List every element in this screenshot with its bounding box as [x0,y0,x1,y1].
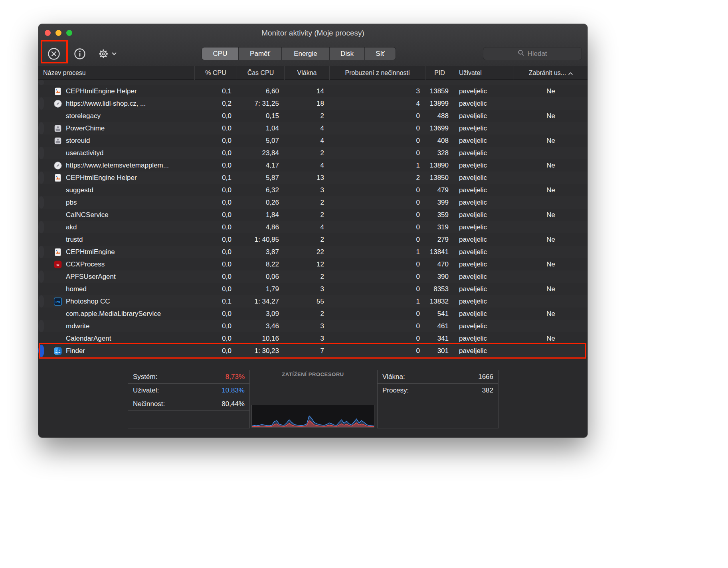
table-row[interactable]: CEPHtmlEngine Helper 0,1 6,60 14 3 13859… [38,85,588,97]
table-row[interactable]: com.apple.tonelibraryd 0,0 0,35 2 0 4270… [38,80,44,85]
tab-network[interactable]: Síť [365,47,396,60]
table-row[interactable]: trustd 0,0 1: 40,85 2 0 279 paveljelic N… [38,233,588,246]
process-cpu-percent: 0,0 [195,233,237,246]
window-chrome: Monitor aktivity (Moje procesy) [38,24,588,66]
process-idle-wakeups: 0 [330,147,425,159]
svg-text:∞: ∞ [56,262,59,266]
process-name: CCXProcess [66,258,105,270]
stat-label: Uživatel: [133,387,159,394]
table-row[interactable]: com.apple.MediaLibraryService 0,0 3,09 2… [38,308,588,320]
process-cpu-time: 3,87 [237,246,285,258]
process-idle-wakeups: 0 [330,258,425,270]
activity-monitor-window: Monitor aktivity (Moje procesy) [38,24,588,438]
inspect-process-button[interactable] [73,47,86,60]
process-cpu-percent: 0,0 [195,270,237,283]
process-name: storeuid [66,134,90,147]
table-row[interactable]: useractivityd 0,0 23,84 2 0 328 paveljel… [38,147,44,159]
column-header-prevent-sleep[interactable]: Zabránit us... [514,66,588,80]
process-cpu-percent: 0,1 [195,172,237,184]
table-row[interactable]: suggestd 0,0 6,32 3 0 479 paveljelic Ne [38,184,588,196]
process-pid: 541 [425,308,454,320]
process-idle-wakeups: 0 [330,283,425,295]
cpu-load-title: ZATÍŽENÍ PROCESORU [251,370,374,380]
process-idle-wakeups: 0 [330,233,425,246]
adobe-doc-icon [53,174,62,182]
process-name: APFSUserAgent [66,270,116,283]
table-row[interactable]: homed 0,0 1,79 3 0 8353 paveljelic Ne [38,283,588,295]
table-row[interactable]: pbs 0,0 0,26 2 0 399 paveljelic Ne [38,196,44,209]
column-header-pid[interactable]: PID [425,66,454,80]
tab-disk[interactable]: Disk [330,47,365,60]
process-idle-wakeups: 1 [330,159,425,172]
search-input[interactable]: Hledat [483,47,582,60]
process-pid: 479 [425,184,454,196]
titlebar: Monitor aktivity (Moje procesy) [38,24,588,41]
table-row[interactable]: PowerChime 0,0 1,04 4 0 13699 paveljelic… [38,122,44,134]
process-icon [53,149,62,158]
table-row[interactable]: https://www.lidl-shop.cz, ... 0,2 7: 31,… [38,97,44,110]
table-row[interactable]: akd 0,0 4,86 4 0 319 paveljelic Ne [38,221,44,233]
column-header-idle-wakeups[interactable]: Probuzení z nečinnosti [330,66,425,80]
process-pid: 488 [425,110,454,122]
quit-x-icon [47,47,61,61]
stat-row-user: Uživatel: 10,83% [128,384,249,397]
table-row[interactable]: CalNCService 0,0 1,84 2 0 359 paveljelic… [38,209,588,221]
quit-process-button[interactable] [47,47,61,61]
column-header-threads[interactable]: Vlákna [285,66,330,80]
process-idle-wakeups: 1 [330,295,425,308]
column-header-user[interactable]: Uživatel [454,66,514,80]
process-cpu-time: 3,46 [237,320,285,332]
table-row[interactable]: storeuid 0,0 5,07 4 0 408 paveljelic Ne [38,134,588,147]
process-cpu-percent: 0,0 [195,283,237,295]
table-row[interactable]: Finder 0,0 1: 30,23 7 0 301 paveljelic N… [38,345,44,357]
table-row[interactable]: ∞ CCXProcess 0,0 8,22 12 0 470 paveljeli… [38,258,588,270]
process-idle-wakeups: 0 [330,196,425,209]
process-icon [53,198,62,207]
process-icon [53,112,62,120]
table-row[interactable]: APFSUserAgent 0,0 0,06 2 0 390 paveljeli… [38,270,44,283]
process-user: paveljelic [454,345,514,357]
process-prevent-sleep: Ne [514,85,588,97]
process-cpu-time: 0,15 [237,110,285,122]
process-pid: 328 [425,147,454,159]
ps-icon: Ps [53,297,62,306]
table-row[interactable]: CalendarAgent 0,0 10,16 3 0 341 paveljel… [38,332,588,345]
process-idle-wakeups: 4 [330,97,425,110]
process-pid: 13890 [425,159,454,172]
tab-energy[interactable]: Energie [282,47,330,60]
tab-memory[interactable]: Paměť [239,47,282,60]
stat-row-threads: Vlákna: 1666 [378,370,498,384]
process-name: Photoshop CC [66,295,110,308]
process-pid: 8353 [425,283,454,295]
actions-dropdown-button[interactable] [97,48,117,60]
web-icon [53,161,62,170]
table-row[interactable]: storelegacy 0,0 0,15 2 0 488 paveljelic … [38,110,588,122]
process-cpu-time: 1: 34,27 [237,295,285,308]
column-header-name[interactable]: Název procesu [38,66,195,80]
process-threads: 13 [285,172,330,184]
process-table-body: com.apple.tonelibraryd 0,0 0,35 2 0 4270… [38,80,588,357]
process-pid: 13841 [425,246,454,258]
table-row[interactable]: mdwrite 0,0 3,46 3 0 461 paveljelic Ne [38,320,44,332]
process-cpu-time: 6,32 [237,184,285,196]
process-threads: 22 [285,246,330,258]
svg-text:Ps: Ps [55,300,60,304]
column-header-cpu[interactable]: % CPU [195,66,237,80]
table-row[interactable]: CEPHtmlEngine Helper 0,1 5,87 13 2 13850… [38,172,44,184]
process-threads: 7 [285,345,330,357]
process-cpu-time: 3,09 [237,308,285,320]
column-header-cpu-time[interactable]: Čas CPU [237,66,285,80]
table-row[interactable]: CEPHtmlEngine 0,0 3,87 22 1 13841 pavelj… [38,246,44,258]
process-idle-wakeups: 0 [330,221,425,233]
toolbar: CPU Paměť Energie Disk Síť Hledat [38,41,588,66]
process-name: com.apple.MediaLibraryService [66,308,161,320]
table-row[interactable]: https://www.letemsvetemapplem... 0,0 4,1… [38,159,588,172]
process-cpu-time: 6,60 [237,85,285,97]
tab-cpu[interactable]: CPU [202,47,239,60]
process-cpu-percent: 0,0 [195,110,237,122]
process-threads: 4 [285,122,330,134]
stat-row-processes: Procesy: 382 [378,384,498,397]
process-threads: 2 [285,308,330,320]
table-row[interactable]: Ps Photoshop CC 0,1 1: 34,27 55 1 13832 … [38,295,44,308]
finder-icon [53,347,62,355]
